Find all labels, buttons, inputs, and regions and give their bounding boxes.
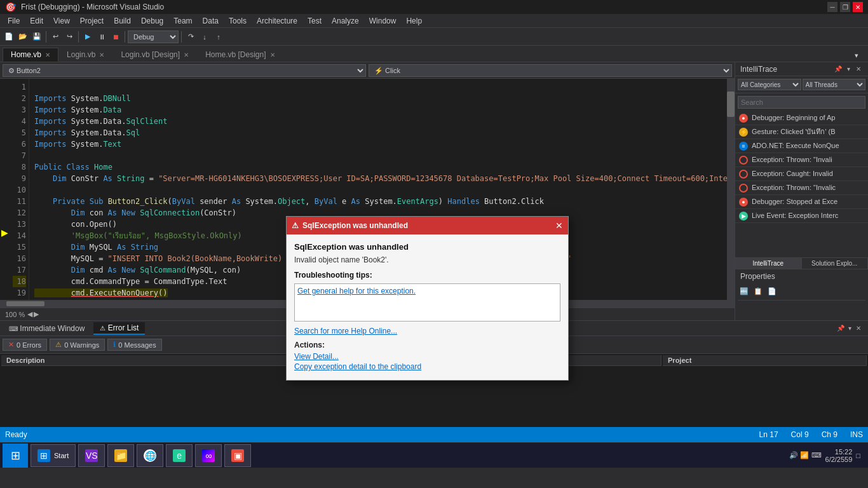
exception-dialog[interactable]: ⚠ SqlException was unhandled ✕ SqlExcept… (286, 216, 569, 381)
trace-item[interactable]: Exception: Thrown: "Invali (735, 153, 868, 167)
tab-login-design[interactable]: Login.vb [Design] ✕ (112, 48, 197, 62)
menu-test[interactable]: Test (302, 15, 327, 27)
tab-home-design[interactable]: Home.vb [Design] ✕ (197, 48, 283, 62)
trace-item[interactable]: ⚡ Gesture: Clicked 'บันทึก' (B (735, 125, 868, 139)
taskbar-app-item[interactable]: ▣ (224, 444, 251, 467)
tab-home-vb-label: Home.vb (11, 50, 41, 59)
props-cat-btn[interactable]: 📋 (752, 285, 764, 297)
menu-edit[interactable]: Edit (25, 15, 48, 27)
menu-build[interactable]: Build (109, 15, 136, 27)
immediate-window-tab[interactable]: ⌨ Immediate Window (3, 323, 91, 334)
gesture-icon: ⚡ (739, 128, 748, 137)
minimize-button[interactable]: ─ (827, 2, 837, 12)
trace-item[interactable]: ≡ ADO.NET: Execute NonQue (735, 139, 868, 153)
menu-help[interactable]: Help (401, 15, 427, 27)
tab-login-design-close[interactable]: ✕ (184, 51, 189, 58)
taskbar-left: ⊞ ⊞ Start VS 📁 🌐 e ∞ ▣ (3, 444, 251, 468)
menu-debug[interactable]: Debug (136, 15, 168, 27)
undo-btn[interactable]: ↩ (49, 30, 62, 43)
zoom-decrease[interactable]: ◀ (27, 310, 32, 318)
menu-project[interactable]: Project (75, 15, 109, 27)
new-btn[interactable]: 📄 (3, 30, 15, 43)
menu-architecture[interactable]: Architecture (252, 15, 302, 27)
errors-btn[interactable]: ✕ 0 Errors (3, 339, 47, 351)
start-btn[interactable]: ▶ (81, 30, 94, 43)
open-btn[interactable]: 📂 (17, 30, 29, 43)
taskbar-vs-item[interactable]: VS (78, 444, 105, 467)
menu-bar: File Edit View Project Build Debug Team … (0, 14, 868, 28)
error-list-tab[interactable]: ⚠ Error List (93, 322, 145, 335)
bottom-float-btn[interactable]: ▾ (845, 324, 854, 333)
properties-title: Properties (740, 272, 775, 281)
category-filter[interactable]: All Categories (738, 79, 801, 90)
zoom-increase[interactable]: ▶ (34, 310, 39, 318)
taskbar-ev-item[interactable]: e (166, 444, 193, 467)
taskbar-file-item[interactable]: 📁 (107, 444, 134, 467)
tab-solution-explorer[interactable]: Solution Explo... (802, 258, 869, 269)
trace-item[interactable]: ● Debugger: Stopped at Exce (735, 195, 868, 209)
save-btn[interactable]: 💾 (31, 30, 43, 43)
debug-config[interactable]: Debug (128, 30, 179, 43)
menu-team[interactable]: Team (168, 15, 197, 27)
props-pages-btn[interactable]: 📄 (766, 285, 778, 297)
warnings-btn[interactable]: ⚠ 0 Warnings (50, 339, 105, 351)
taskbar-start-item[interactable]: ⊞ Start (31, 444, 76, 467)
tab-intellitrace[interactable]: IntelliTrace (735, 258, 802, 269)
close-button[interactable]: ✕ (853, 2, 863, 12)
ev-icon: e (173, 449, 186, 462)
zoom-level: 100 % (5, 311, 25, 318)
tab-home-vb[interactable]: Home.vb ✕ (3, 48, 58, 62)
exception-thrown-icon (739, 156, 748, 165)
status-right: Ln 17 Col 9 Ch 9 INS (759, 430, 863, 439)
search-help-link[interactable]: Search for more Help Online... (294, 327, 397, 336)
pin-btn[interactable]: 📌 (834, 65, 843, 74)
restore-button[interactable]: ❐ (840, 2, 850, 12)
stop-btn[interactable]: ⏹ (109, 30, 122, 43)
tab-home-vb-close[interactable]: ✕ (45, 51, 50, 58)
bottom-close-btn[interactable]: ✕ (854, 324, 863, 333)
messages-btn[interactable]: ℹ 0 Messages (107, 339, 161, 351)
status-ready: Ready (5, 430, 27, 439)
thread-filter[interactable]: All Threads (803, 79, 866, 90)
intellitrace-panel: IntelliTrace 📌 ▾ ✕ All Categories All Th… (735, 62, 868, 320)
pause-btn[interactable]: ⏸ (95, 30, 108, 43)
dialog-tip-link[interactable]: Get general help for this exception. (297, 287, 416, 295)
trace-item[interactable]: Exception: Caught: Invalid (735, 167, 868, 181)
close-panel-btn[interactable]: ✕ (854, 65, 863, 74)
dialog-close-btn[interactable]: ✕ (555, 220, 563, 231)
trace-item[interactable]: ▶ Live Event: Exception Interc (735, 209, 868, 223)
method-selector[interactable]: ⚡ Click (369, 64, 732, 77)
step-into-btn[interactable]: ↓ (198, 30, 211, 43)
taskbar-chrome-item[interactable]: 🌐 (137, 444, 163, 467)
tab-login-vb[interactable]: Login.vb ✕ (58, 48, 112, 62)
trace-text: Exception: Thrown: "Invali (752, 155, 832, 164)
menu-window[interactable]: Window (364, 15, 402, 27)
taskbar-special-item[interactable]: ∞ (195, 444, 222, 467)
menu-analyze[interactable]: Analyze (327, 15, 364, 27)
taskbar-notification[interactable]: □ (856, 452, 860, 459)
bottom-pin-btn[interactable]: 📌 (836, 324, 845, 333)
tab-scroll-btn[interactable]: ▾ (850, 49, 863, 62)
step-out-btn[interactable]: ↑ (212, 30, 225, 43)
trace-item[interactable]: Exception: Thrown: "Invalic (735, 181, 868, 195)
menu-tools[interactable]: Tools (224, 15, 252, 27)
float-btn[interactable]: ▾ (844, 65, 853, 74)
menu-view[interactable]: View (48, 15, 75, 27)
view-detail-link[interactable]: View Detail... (294, 352, 560, 361)
start-button[interactable]: ⊞ (3, 444, 28, 468)
trace-item[interactable]: ● Debugger: Beginning of Ap (735, 111, 868, 125)
status-ln: Ln 17 (759, 430, 778, 439)
redo-btn[interactable]: ↪ (63, 30, 76, 43)
status-ins: INS (850, 430, 863, 439)
menu-file[interactable]: File (3, 15, 25, 27)
props-sort-btn[interactable]: 🔤 (738, 285, 750, 297)
step-over-btn[interactable]: ↷ (184, 30, 197, 43)
copy-exception-link[interactable]: Copy exception detail to the clipboard (294, 362, 560, 371)
tab-login-vb-close[interactable]: ✕ (99, 51, 104, 58)
menu-data[interactable]: Data (198, 15, 224, 27)
code-scrollbar[interactable] (727, 79, 735, 300)
intellitrace-search[interactable] (738, 96, 865, 109)
class-selector[interactable]: ⚙ Button2 (3, 64, 366, 77)
exception-thrown2-icon (739, 184, 748, 193)
tab-home-design-close[interactable]: ✕ (270, 51, 275, 58)
